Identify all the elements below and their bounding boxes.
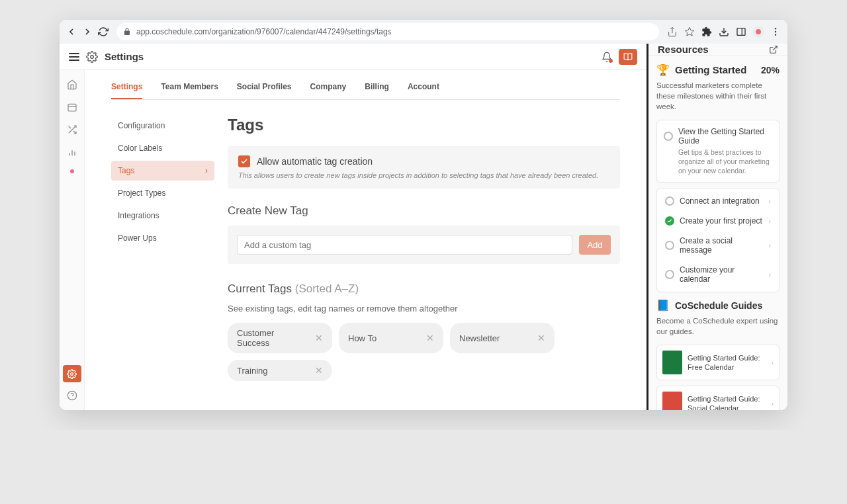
analytics-icon[interactable] (67, 147, 77, 157)
allow-auto-tag-checkbox[interactable] (238, 155, 250, 167)
gs-item[interactable]: Connect an integration › (664, 191, 772, 211)
notification-dot (609, 59, 613, 63)
share-icon[interactable] (667, 26, 678, 37)
external-link-icon[interactable] (769, 45, 778, 54)
getting-started-pct: 20% (761, 65, 780, 75)
tag-chip[interactable]: How To✕ (339, 323, 443, 353)
remove-tag-icon[interactable]: ✕ (426, 333, 434, 343)
svg-line-13 (68, 126, 70, 128)
sidemenu-color-labels[interactable]: Color Labels (111, 138, 214, 158)
todo-circle-icon (665, 270, 674, 279)
page-header-title: Settings (105, 51, 144, 62)
sidemenu-tags[interactable]: Tags › (111, 161, 214, 181)
svg-point-4 (756, 29, 761, 34)
gs-first-card[interactable]: View the Getting Started Guide Get tips … (656, 120, 780, 183)
calendar-icon[interactable] (67, 102, 77, 112)
browser-window: app.coschedule.com/organization/976007/c… (60, 20, 787, 410)
remove-tag-icon[interactable]: ✕ (315, 333, 323, 343)
shuffle-icon[interactable] (67, 124, 77, 135)
tab-company[interactable]: Company (310, 82, 347, 99)
gs-item[interactable]: Create your first project › (664, 211, 772, 231)
tab-social-profiles[interactable]: Social Profiles (237, 82, 292, 99)
todo-circle-icon (664, 132, 673, 141)
current-tags-subtitle: See existing tags, edit tag names or rem… (228, 304, 620, 314)
status-dot-icon[interactable] (70, 169, 74, 173)
svg-marker-0 (685, 27, 693, 36)
guide-card[interactable]: Getting Started Guide: Free Calendar › (656, 345, 780, 380)
chevron-right-icon: › (768, 241, 771, 249)
todo-circle-icon (665, 241, 674, 250)
svg-point-8 (91, 55, 94, 58)
back-icon[interactable] (66, 26, 77, 37)
remove-tag-icon[interactable]: ✕ (537, 333, 545, 343)
tag-chip[interactable]: Training✕ (228, 360, 332, 381)
tag-input[interactable] (237, 235, 572, 255)
guide-card[interactable]: Getting Started Guide: Social Calendar › (656, 386, 780, 410)
svg-point-7 (775, 34, 776, 35)
star-icon[interactable] (684, 26, 695, 37)
trophy-icon: 🏆 (656, 63, 670, 76)
hamburger-button[interactable] (69, 53, 79, 61)
chevron-right-icon: › (205, 166, 208, 175)
book-icon: 📘 (656, 299, 670, 312)
url-bar[interactable]: app.coschedule.com/organization/976007/c… (116, 23, 659, 40)
gear-icon (86, 51, 98, 63)
profile-icon[interactable] (753, 26, 764, 37)
create-tag-title: Create New Tag (228, 204, 620, 218)
extension-icon[interactable] (701, 26, 712, 37)
page-title: Tags (228, 116, 620, 134)
resources-toggle-button[interactable] (619, 49, 637, 65)
lock-icon (123, 28, 131, 36)
guide-thumb (662, 392, 682, 410)
add-tag-button[interactable]: Add (579, 235, 611, 255)
help-icon[interactable] (67, 390, 77, 401)
svg-point-6 (775, 31, 776, 32)
settings-nav-button[interactable] (63, 365, 81, 382)
svg-point-17 (71, 372, 73, 375)
option-box: Allow automatic tag creation This allows… (228, 146, 620, 189)
tag-chip[interactable]: Customer Success✕ (228, 323, 332, 353)
svg-rect-9 (68, 104, 76, 111)
check-circle-icon (665, 216, 674, 226)
remove-tag-icon[interactable]: ✕ (315, 365, 323, 376)
tag-list: Customer Success✕ How To✕ Newsletter✕ Tr… (228, 323, 620, 381)
current-tags-title: Current Tags (Sorted A–Z) (228, 282, 620, 296)
gs-list-card: Connect an integration › Create your fir… (656, 188, 780, 292)
menu-dots-icon[interactable] (770, 26, 781, 37)
guides-title: CoSchedule Guides (675, 300, 762, 311)
svg-point-18 (67, 391, 76, 399)
main-panel: Settings (60, 44, 648, 410)
tab-billing[interactable]: Billing (365, 82, 389, 99)
tab-team-members[interactable]: Team Members (161, 82, 218, 99)
notifications-button[interactable] (602, 52, 612, 62)
chevron-right-icon: › (768, 217, 771, 225)
resources-header: Resources (648, 44, 787, 56)
sidemenu-project-types[interactable]: Project Types (111, 183, 214, 203)
home-icon[interactable] (67, 79, 77, 90)
tab-settings[interactable]: Settings (111, 82, 142, 99)
chevron-right-icon: › (771, 358, 774, 366)
gs-item[interactable]: Create a social message › (664, 231, 772, 260)
browser-toolbar: app.coschedule.com/organization/976007/c… (60, 20, 787, 44)
forward-icon[interactable] (82, 26, 93, 37)
tabs: Settings Team Members Social Profiles Co… (111, 70, 620, 100)
icon-rail (60, 70, 85, 410)
panel-icon[interactable] (736, 26, 746, 37)
tag-chip[interactable]: Newsletter✕ (450, 323, 555, 353)
svg-rect-1 (737, 28, 745, 36)
tab-account[interactable]: Account (408, 82, 439, 99)
reload-icon[interactable] (98, 26, 109, 37)
app-container: Settings (60, 44, 787, 410)
option-help: This allows users to create new tags ins… (238, 171, 609, 179)
download-icon[interactable] (719, 26, 729, 37)
chevron-right-icon: › (768, 271, 771, 278)
settings-sidemenu: Configuration Color Labels Tags › Projec… (111, 116, 214, 381)
sidemenu-configuration[interactable]: Configuration (111, 116, 214, 136)
chevron-right-icon: › (771, 399, 774, 407)
guides-desc: Become a CoSchedule expert using our gui… (656, 315, 780, 337)
sidemenu-integrations[interactable]: Integrations (111, 206, 214, 226)
create-tag-box: Add (228, 226, 620, 264)
app-body: Settings Team Members Social Profiles Co… (60, 70, 646, 410)
gs-item[interactable]: Customize your calendar › (664, 260, 772, 289)
sidemenu-power-ups[interactable]: Power Ups (111, 228, 214, 248)
